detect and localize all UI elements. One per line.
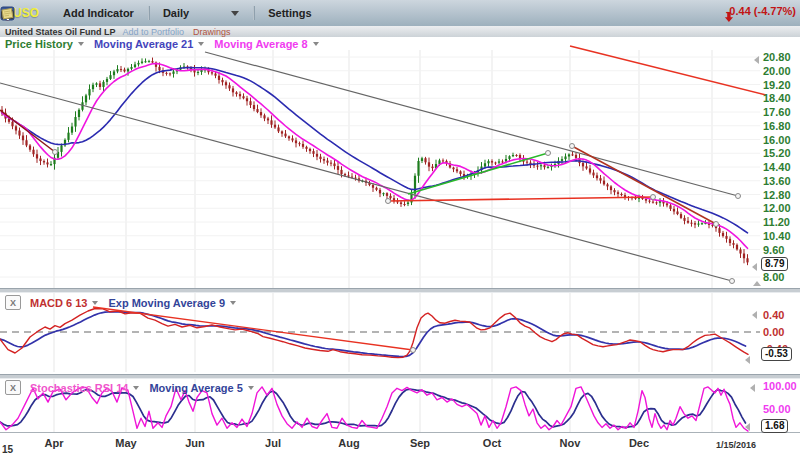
month-label: May — [115, 437, 136, 449]
chevron-down-icon[interactable] — [198, 42, 204, 46]
legend-moving-average-21[interactable]: Moving Average 21 — [94, 38, 193, 50]
legend-moving-average-5[interactable]: Moving Average 5 — [149, 382, 242, 394]
month-label: Dec — [629, 437, 649, 449]
x-axis: 1/15/2016 15 AprMayJunJulAugSepOctNovDec — [0, 433, 800, 454]
macd-header: X MACD 6 13 Exp Moving Average 9 — [5, 295, 246, 310]
add-indicator-button[interactable]: Add Indicator — [63, 7, 134, 19]
axis-tick-label: 50.00 — [763, 403, 791, 415]
month-label: Sep — [410, 437, 430, 449]
start-year-label: 15 — [2, 444, 13, 454]
app-window: USO Add Indicator Daily Settings — [0, 0, 800, 454]
chevron-down-icon[interactable] — [133, 386, 139, 390]
current-stoch-box: 1.68 — [761, 419, 788, 433]
add-to-portfolio-link[interactable]: Add to Portfolio — [123, 27, 185, 37]
current-price-box: 8.79 — [761, 257, 788, 271]
cube-icon[interactable] — [353, 6, 368, 21]
panel-divider[interactable] — [0, 288, 800, 293]
sticky-note-icon[interactable] — [453, 6, 468, 21]
axis-scroll-arrow-icon[interactable] — [752, 263, 757, 271]
axis-tick-label: 15.20 — [763, 147, 791, 159]
toolbar-icons — [328, 6, 468, 21]
axis-tick-label: 0.00 — [763, 326, 784, 338]
axis-tick-label: 12.80 — [763, 189, 791, 201]
toolbar-divider — [253, 6, 255, 20]
chevron-down-icon[interactable] — [78, 42, 84, 46]
current-macd-box: -0.53 — [761, 347, 792, 361]
chevron-down-icon[interactable] — [230, 301, 236, 305]
toolbar-divider — [148, 6, 150, 20]
drawings-link[interactable]: Drawings — [193, 27, 231, 37]
legend-macd[interactable]: MACD 6 13 — [30, 297, 87, 309]
axis-tick-label: 18.40 — [763, 92, 791, 104]
axis-tick-label: 11.20 — [763, 216, 790, 228]
toolbar: USO Add Indicator Daily Settings — [0, 0, 800, 27]
axis-scroll-arrow-icon[interactable] — [745, 356, 750, 364]
month-label: Jun — [185, 437, 205, 449]
price-chart[interactable] — [0, 36, 800, 288]
axis-tick-label: 13.60 — [763, 175, 791, 187]
axis-tick-label: 100.00 — [763, 380, 797, 392]
axis-divider — [0, 432, 800, 433]
end-date-label: 1/15/2016 — [716, 440, 756, 450]
stoch-header: X Stochastics RSI 14 Moving Average 5 — [5, 380, 264, 395]
price-change-text: -0.44 (-4.77%) — [726, 5, 796, 17]
panel-divider[interactable] — [0, 374, 800, 379]
axis-tick-label: 20.00 — [763, 65, 791, 77]
axis-tick-label: 9.60 — [763, 244, 784, 256]
axis-scroll-arrow-icon[interactable] — [745, 423, 750, 431]
axis-scroll-arrow-icon[interactable] — [753, 281, 761, 286]
axis-tick-label: 17.60 — [763, 106, 791, 118]
legend-exp-moving-average[interactable]: Exp Moving Average 9 — [108, 297, 225, 309]
timeframe-select[interactable]: Daily — [163, 7, 189, 19]
timeframe-caret-icon[interactable] — [231, 11, 239, 16]
month-label: Oct — [483, 437, 501, 449]
legend-stochastics-rsi[interactable]: Stochastics RSI 14 — [30, 382, 128, 394]
chevron-down-icon[interactable] — [248, 386, 254, 390]
chevron-down-icon[interactable] — [92, 301, 98, 305]
symbol-name: United States Oil Fund LP — [5, 27, 116, 37]
axis-tick-label: 19.20 — [763, 79, 791, 91]
price-legend: Price History Moving Average 21 Moving A… — [5, 38, 329, 50]
symbol-ticker[interactable]: USO — [13, 6, 39, 20]
axis-tick-label: 12.00 — [763, 202, 791, 214]
month-label: Jul — [265, 437, 281, 449]
month-label: Nov — [560, 437, 581, 449]
twitter-bird-icon[interactable] — [378, 6, 393, 21]
axis-scroll-arrow-icon[interactable] — [752, 311, 757, 319]
axis-tick-label: 0.40 — [763, 309, 784, 321]
close-icon[interactable]: X — [5, 295, 21, 310]
close-icon[interactable]: X — [5, 380, 21, 395]
legend-price-history[interactable]: Price History — [5, 38, 73, 50]
axis-tick-label: 16.00 — [763, 134, 791, 146]
settings-button[interactable]: Settings — [268, 7, 311, 19]
alarm-clock-icon[interactable] — [328, 6, 343, 21]
month-label: Apr — [45, 437, 64, 449]
axis-scroll-arrow-icon[interactable] — [750, 384, 755, 392]
axis-tick-label: 14.40 — [763, 161, 791, 173]
axis-tick-label: 8.00 — [763, 271, 784, 283]
axis-tick-label: 16.80 — [763, 120, 791, 132]
month-label: Aug — [338, 437, 359, 449]
chevron-down-icon[interactable] — [313, 42, 319, 46]
camera-icon[interactable] — [428, 6, 443, 21]
legend-moving-average-8[interactable]: Moving Average 8 — [214, 38, 307, 50]
price-change: -0.44 (-4.77%) — [724, 5, 796, 17]
axis-tick-label: 10.40 — [763, 230, 791, 242]
facebook-icon[interactable] — [403, 6, 418, 21]
axis-scroll-arrow-icon[interactable] — [754, 56, 759, 64]
axis-tick-label: 20.80 — [763, 51, 791, 63]
